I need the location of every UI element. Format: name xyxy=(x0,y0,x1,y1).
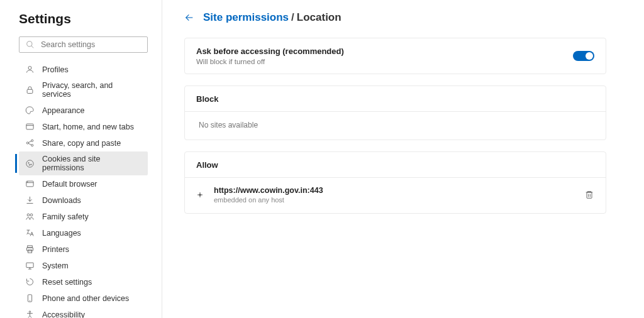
svg-point-30 xyxy=(29,311,31,313)
svg-point-33 xyxy=(199,194,201,196)
sidebar-item-label: Appearance xyxy=(42,106,84,115)
sidebar-item-label: Cookies and site permissions xyxy=(42,155,143,172)
breadcrumb-link[interactable]: Site permissions xyxy=(203,11,289,24)
svg-line-1 xyxy=(31,46,34,48)
sidebar-item-privacy-search-and-services[interactable]: Privacy, search, and services xyxy=(19,78,148,102)
svg-point-6 xyxy=(26,142,28,144)
sidebar-item-label: Downloads xyxy=(42,196,81,205)
search-box[interactable] xyxy=(19,36,148,53)
svg-point-20 xyxy=(27,214,30,216)
svg-point-11 xyxy=(26,160,33,167)
svg-line-9 xyxy=(28,141,31,143)
sidebar: Settings ProfilesPrivacy, search, and se… xyxy=(0,0,162,318)
svg-rect-24 xyxy=(28,250,31,253)
search-icon xyxy=(26,40,35,49)
sidebar-item-profiles[interactable]: Profiles xyxy=(19,62,148,77)
sidebar-item-label: System xyxy=(42,261,69,270)
sidebar-item-label: Reset settings xyxy=(42,278,92,287)
sidebar-item-reset-settings[interactable]: Reset settings xyxy=(19,274,148,290)
sidebar-item-phone-and-other-devices[interactable]: Phone and other devices xyxy=(19,290,148,306)
family-icon xyxy=(25,212,35,221)
svg-rect-25 xyxy=(26,263,33,268)
cookies-icon xyxy=(25,159,35,168)
sidebar-item-label: Share, copy and paste xyxy=(42,139,121,148)
sidebar-item-label: Family safety xyxy=(42,212,89,221)
sidebar-item-label: Profiles xyxy=(42,65,69,74)
breadcrumb-current: Location xyxy=(297,11,341,24)
sidebar-item-label: Phone and other devices xyxy=(42,294,129,303)
site-url: https://www.cowin.gov.in:443 xyxy=(214,186,584,195)
allow-card: Allow https://www.cowin.gov.in:443embedd… xyxy=(184,151,606,214)
sidebar-item-printers[interactable]: Printers xyxy=(19,241,148,257)
svg-point-2 xyxy=(28,67,31,70)
allow-header: Allow xyxy=(185,152,606,178)
svg-line-10 xyxy=(28,143,31,145)
delete-site-button[interactable] xyxy=(584,190,594,200)
sidebar-item-label: Printers xyxy=(42,245,69,254)
phone-icon xyxy=(25,293,35,303)
ask-row: Ask before accessing (recommended) Will … xyxy=(185,38,606,74)
lock-icon xyxy=(25,85,35,95)
ask-toggle[interactable] xyxy=(573,51,594,61)
breadcrumb-sep: / xyxy=(291,11,294,24)
sidebar-item-share-copy-and-paste[interactable]: Share, copy and paste xyxy=(19,135,148,151)
sidebar-item-family-safety[interactable]: Family safety xyxy=(19,209,148,224)
sidebar-item-languages[interactable]: Languages xyxy=(19,225,148,241)
sidebar-item-system[interactable]: System xyxy=(19,258,148,273)
printer-icon xyxy=(25,244,35,254)
settings-title: Settings xyxy=(19,11,148,26)
svg-point-7 xyxy=(31,140,33,141)
sidebar-item-accessibility[interactable]: Accessibility xyxy=(19,307,148,318)
system-icon xyxy=(25,261,35,270)
share-icon xyxy=(25,138,35,148)
svg-point-17 xyxy=(27,182,28,182)
sidebar-item-start-home-and-new-tabs[interactable]: Start, home, and new tabs xyxy=(19,119,148,134)
newtab-icon xyxy=(25,122,35,131)
svg-point-14 xyxy=(29,164,30,165)
sidebar-item-label: Default browser xyxy=(42,180,97,189)
back-button[interactable] xyxy=(184,13,194,23)
sidebar-item-label: Privacy, search, and services xyxy=(42,81,143,99)
block-header: Block xyxy=(185,86,606,112)
svg-point-0 xyxy=(27,41,32,47)
download-icon xyxy=(25,195,35,205)
ask-sub: Will block if turned off xyxy=(196,58,344,65)
search-input[interactable] xyxy=(41,40,141,49)
browser-icon xyxy=(25,179,35,189)
svg-point-13 xyxy=(31,164,31,165)
sidebar-item-label: Accessibility xyxy=(42,310,85,319)
accessibility-icon xyxy=(25,310,35,318)
ask-card: Ask before accessing (recommended) Will … xyxy=(184,38,606,74)
appearance-icon xyxy=(25,106,35,115)
breadcrumb: Site permissions / Location xyxy=(184,11,606,24)
language-icon xyxy=(25,228,35,238)
allow-site-row: https://www.cowin.gov.in:443embedded on … xyxy=(185,178,606,213)
block-card: Block No sites available xyxy=(184,85,606,140)
svg-point-8 xyxy=(31,145,33,146)
ask-label: Ask before accessing (recommended) xyxy=(196,47,344,56)
nav-list: ProfilesPrivacy, search, and servicesApp… xyxy=(19,62,148,318)
svg-rect-4 xyxy=(26,124,33,129)
block-empty: No sites available xyxy=(185,112,606,140)
profile-icon xyxy=(25,65,35,74)
reset-icon xyxy=(25,277,35,287)
sidebar-item-label: Languages xyxy=(42,229,81,238)
site-sub: embedded on any host xyxy=(214,196,584,204)
content: Site permissions / Location Ask before a… xyxy=(162,0,644,318)
sidebar-item-default-browser[interactable]: Default browser xyxy=(19,176,148,192)
sidebar-item-cookies-and-site-permissions[interactable]: Cookies and site permissions xyxy=(19,151,148,175)
svg-rect-3 xyxy=(27,89,33,93)
svg-rect-38 xyxy=(587,192,592,198)
svg-point-21 xyxy=(30,214,33,216)
svg-point-12 xyxy=(28,162,29,163)
svg-rect-22 xyxy=(28,246,33,248)
arrow-left-icon xyxy=(184,13,194,23)
sidebar-item-downloads[interactable]: Downloads xyxy=(19,192,148,208)
expand-icon[interactable] xyxy=(196,191,204,199)
sidebar-item-label: Start, home, and new tabs xyxy=(42,123,134,131)
allow-list: https://www.cowin.gov.in:443embedded on … xyxy=(185,178,606,213)
sidebar-item-appearance[interactable]: Appearance xyxy=(19,102,148,118)
